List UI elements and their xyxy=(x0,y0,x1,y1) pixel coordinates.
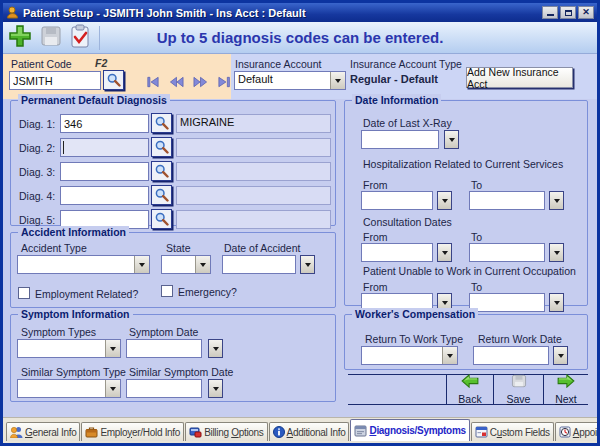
next-button[interactable]: Next xyxy=(543,375,588,404)
consult-from-picker-button[interactable] xyxy=(437,243,452,262)
return-work-date-input[interactable] xyxy=(473,346,549,365)
xray-date-picker-button[interactable] xyxy=(444,130,459,149)
next-arrow-icon xyxy=(557,374,575,392)
xray-date-label: Date of Last X-Ray xyxy=(363,117,452,129)
magnifier-icon xyxy=(155,212,169,226)
insurance-type-label: Insurance Account Type xyxy=(350,58,462,70)
restore-button[interactable] xyxy=(560,6,576,19)
symptom-group-title: Symptom Information xyxy=(18,308,133,320)
diag1-code-input[interactable] xyxy=(60,114,149,133)
diag3-search-button[interactable] xyxy=(151,161,172,181)
hospitalization-label: Hospitalization Related to Current Servi… xyxy=(363,158,563,170)
custom-window-icon xyxy=(475,426,488,438)
consult-from-input[interactable] xyxy=(361,243,433,262)
close-button[interactable]: ✕ xyxy=(578,6,594,19)
dropdown-arrow-icon[interactable] xyxy=(105,340,120,357)
save-button[interactable]: Save xyxy=(493,375,543,404)
title-bar: Patient Setup - JSMITH John Smith - Ins … xyxy=(3,3,597,22)
accident-date-label: Date of Accident xyxy=(224,242,300,254)
diag5-label: Diag. 5: xyxy=(19,214,55,226)
symptom-date-label: Symptom Date xyxy=(129,326,198,338)
dropdown-arrow-icon[interactable] xyxy=(105,380,120,397)
magnifier-icon xyxy=(155,188,169,202)
previous-record-icon[interactable] xyxy=(169,74,184,92)
patient-search-button[interactable] xyxy=(103,70,124,90)
dropdown-arrow-icon[interactable] xyxy=(134,256,149,273)
diag1-label: Diag. 1: xyxy=(19,118,55,130)
dropdown-arrow-icon[interactable] xyxy=(442,347,457,364)
employment-related-checkbox[interactable] xyxy=(18,287,30,299)
dropdown-arrow-icon[interactable] xyxy=(195,256,210,273)
app-icon xyxy=(6,6,19,19)
diag4-code-input[interactable] xyxy=(60,186,149,205)
wizard-button-strip: Back Save Next xyxy=(348,374,588,405)
xray-date-input[interactable] xyxy=(361,130,439,149)
add-record-icon[interactable] xyxy=(7,23,33,53)
last-record-icon[interactable] xyxy=(217,74,232,92)
diag1-search-button[interactable] xyxy=(151,113,172,133)
back-button[interactable]: Back xyxy=(446,375,493,404)
diag4-desc-field xyxy=(176,186,331,205)
minimize-button[interactable] xyxy=(542,6,558,19)
patient-code-input[interactable] xyxy=(9,71,101,90)
f2-hint: F2 xyxy=(95,57,107,69)
tab-diagnosis-symptoms[interactable]: Diagnosis/Symptoms xyxy=(350,419,469,441)
tab-custom-fields[interactable]: Custom Fields xyxy=(471,422,554,441)
diag2-code-input[interactable] xyxy=(60,138,149,157)
consult-to-input[interactable] xyxy=(469,243,545,262)
consultation-label: Consultation Dates xyxy=(363,216,452,228)
tab-general-info[interactable]: General Info xyxy=(6,422,80,441)
diag5-search-button[interactable] xyxy=(151,209,172,229)
tab-employer-hold-info[interactable]: Employer/Hold Info xyxy=(81,422,184,441)
diag2-desc-field xyxy=(176,138,331,157)
employment-related-label: Employment Related? xyxy=(35,288,138,300)
add-insurance-button[interactable]: Add New Insurance Acct xyxy=(466,67,573,88)
insurance-account-select[interactable]: Default xyxy=(234,71,346,90)
unable-to-picker-button[interactable] xyxy=(549,293,564,312)
dropdown-arrow-icon[interactable] xyxy=(330,72,345,89)
accident-date-picker-button[interactable] xyxy=(300,255,315,274)
state-select[interactable] xyxy=(161,255,211,274)
next-record-icon[interactable] xyxy=(193,74,208,92)
hosp-from-input[interactable] xyxy=(361,191,433,210)
emergency-checkbox[interactable] xyxy=(161,285,173,297)
diag3-desc-field xyxy=(176,162,331,181)
save-icon[interactable] xyxy=(39,24,63,52)
tab-additional-info[interactable]: Additional Info xyxy=(269,422,350,441)
return-work-date-picker-button[interactable] xyxy=(553,346,568,365)
toolbar: Up to 5 diagnosis codes can be entered. xyxy=(3,22,597,54)
diag2-search-button[interactable] xyxy=(151,137,172,157)
consult-to-picker-button[interactable] xyxy=(549,243,564,262)
hosp-from-picker-button[interactable] xyxy=(437,191,452,210)
verify-clipboard-icon[interactable] xyxy=(69,24,91,53)
accident-type-label: Accident Type xyxy=(21,242,87,254)
workers-comp-group-title: Worker's Compensation xyxy=(352,308,478,320)
accident-date-input[interactable] xyxy=(222,255,296,274)
similar-symptom-type-select[interactable] xyxy=(17,379,121,398)
unable-to-input[interactable] xyxy=(469,293,545,312)
diag4-search-button[interactable] xyxy=(151,185,172,205)
patient-setup-window: Patient Setup - JSMITH John Smith - Ins … xyxy=(0,0,600,446)
tab-appointments[interactable]: Appointments xyxy=(555,422,597,441)
tab-billing-options[interactable]: Billing Options xyxy=(185,422,267,441)
briefcase-icon xyxy=(85,426,98,438)
diag3-code-input[interactable] xyxy=(60,162,149,181)
hosp-to-picker-button[interactable] xyxy=(549,191,564,210)
diagnosis-window-icon xyxy=(354,425,367,437)
similar-symptom-date-picker-button[interactable] xyxy=(208,379,223,398)
magnifier-icon xyxy=(155,116,169,130)
symptom-date-picker-button[interactable] xyxy=(208,339,223,358)
accident-type-select[interactable] xyxy=(17,255,150,274)
similar-symptom-date-input[interactable] xyxy=(126,379,202,398)
insurance-account-label: Insurance Account xyxy=(235,58,321,70)
diag5-desc-field xyxy=(176,210,331,229)
people-icon xyxy=(10,426,23,438)
return-work-type-select[interactable] xyxy=(361,346,458,365)
diag4-label: Diag. 4: xyxy=(19,190,55,202)
hosp-to-input[interactable] xyxy=(469,191,545,210)
symptom-types-select[interactable] xyxy=(17,339,121,358)
symptom-date-input[interactable] xyxy=(126,339,202,358)
first-record-icon[interactable] xyxy=(145,74,160,92)
return-work-type-label: Return To Work Type xyxy=(365,333,463,345)
unable-to-work-label: Patient Unable to Work in Current Occupa… xyxy=(363,265,576,277)
